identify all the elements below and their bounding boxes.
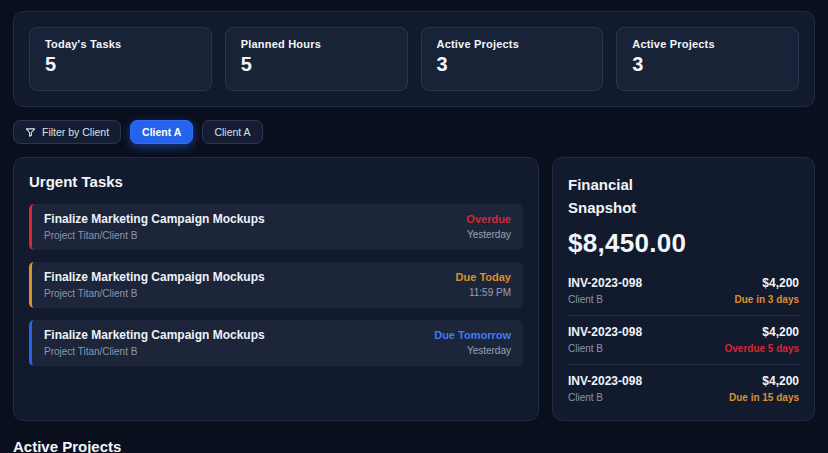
task-info: Finalize Marketing Campaign Mockups Proj… — [44, 328, 265, 357]
invoice-amount-block: $4,200 Due in 3 days — [735, 276, 799, 305]
task-status: Overdue — [466, 213, 511, 225]
invoice-id: INV-2023-098 — [568, 374, 642, 388]
stat-value: 3 — [437, 53, 588, 76]
invoice-amount: $4,200 — [735, 276, 799, 290]
financial-snapshot-panel: Financial Snapshot $8,450.00 INV-2023-09… — [552, 157, 815, 421]
invoice-status: Due in 3 days — [735, 294, 799, 305]
stat-card-planned-hours: Planned Hours 5 — [225, 27, 408, 91]
active-projects-heading: Active Projects — [13, 438, 815, 453]
stat-card-active-projects-2: Active Projects 3 — [616, 27, 799, 91]
task-status: Due Tomorrow — [434, 329, 511, 341]
urgent-tasks-title: Urgent Tasks — [29, 173, 523, 190]
task-project: Project Titan/Client B — [44, 346, 265, 357]
task-when: Yesterday — [466, 229, 511, 240]
task-title: Finalize Marketing Campaign Mockups — [44, 270, 265, 284]
funnel-icon — [25, 127, 36, 138]
invoice-info: INV-2023-098 Client B — [568, 374, 642, 403]
stat-value: 5 — [241, 53, 392, 76]
filter-by-client-button[interactable]: Filter by Client — [13, 120, 121, 144]
invoice-info: INV-2023-098 Client B — [568, 325, 642, 354]
financial-snapshot-title: Financial Snapshot — [568, 173, 658, 220]
invoice-client: Client B — [568, 392, 642, 403]
stats-summary-bar: Today's Tasks 5 Planned Hours 5 Active P… — [13, 11, 815, 107]
invoice-amount: $4,200 — [725, 325, 799, 339]
invoice-id: INV-2023-098 — [568, 276, 642, 290]
stat-label: Active Projects — [437, 38, 588, 50]
invoice-status: Overdue 5 days — [725, 343, 799, 354]
invoice-info: INV-2023-098 Client B — [568, 276, 642, 305]
invoice-client: Client B — [568, 343, 642, 354]
stat-card-active-projects-1: Active Projects 3 — [421, 27, 604, 91]
client-chip-label: Client A — [214, 126, 250, 138]
task-status: Due Today — [456, 271, 511, 283]
invoice-list: INV-2023-098 Client B $4,200 Due in 3 da… — [568, 267, 799, 407]
urgent-tasks-panel: Urgent Tasks Finalize Marketing Campaign… — [13, 157, 539, 421]
stat-label: Planned Hours — [241, 38, 392, 50]
financial-total: $8,450.00 — [568, 228, 799, 259]
task-row[interactable]: Finalize Marketing Campaign Mockups Proj… — [29, 262, 523, 308]
task-row[interactable]: Finalize Marketing Campaign Mockups Proj… — [29, 204, 523, 250]
task-title: Finalize Marketing Campaign Mockups — [44, 212, 265, 226]
task-status-block: Overdue Yesterday — [466, 213, 511, 240]
task-info: Finalize Marketing Campaign Mockups Proj… — [44, 212, 265, 241]
task-row[interactable]: Finalize Marketing Campaign Mockups Proj… — [29, 320, 523, 366]
task-when: 11:59 PM — [456, 287, 511, 298]
stat-card-todays-tasks: Today's Tasks 5 — [29, 27, 212, 91]
stat-value: 5 — [45, 53, 196, 76]
client-filter-chip[interactable]: Client A — [202, 120, 262, 144]
invoice-status: Due in 15 days — [729, 392, 799, 403]
invoice-amount-block: $4,200 Due in 15 days — [729, 374, 799, 403]
invoice-amount: $4,200 — [729, 374, 799, 388]
client-filter-chip-active[interactable]: Client A — [130, 120, 193, 144]
invoice-client: Client B — [568, 294, 642, 305]
invoice-row[interactable]: INV-2023-098 Client B $4,200 Due in 3 da… — [568, 267, 799, 316]
invoice-id: INV-2023-098 — [568, 325, 642, 339]
invoice-amount-block: $4,200 Overdue 5 days — [725, 325, 799, 354]
filter-by-client-label: Filter by Client — [42, 126, 109, 138]
task-status-block: Due Today 11:59 PM — [456, 271, 511, 298]
task-project: Project Titan/Client B — [44, 288, 265, 299]
invoice-row[interactable]: INV-2023-098 Client B $4,200 Due in 15 d… — [568, 365, 799, 407]
task-project: Project Titan/Client B — [44, 230, 265, 241]
task-title: Finalize Marketing Campaign Mockups — [44, 328, 265, 342]
client-chip-label: Client A — [142, 126, 181, 138]
stat-value: 3 — [632, 53, 783, 76]
task-status-block: Due Tomorrow Yesterday — [434, 329, 511, 356]
filter-row: Filter by Client Client A Client A — [13, 120, 815, 144]
urgent-tasks-list: Finalize Marketing Campaign Mockups Proj… — [29, 204, 523, 366]
task-when: Yesterday — [434, 345, 511, 356]
invoice-row[interactable]: INV-2023-098 Client B $4,200 Overdue 5 d… — [568, 316, 799, 365]
stat-label: Today's Tasks — [45, 38, 196, 50]
task-info: Finalize Marketing Campaign Mockups Proj… — [44, 270, 265, 299]
main-content: Urgent Tasks Finalize Marketing Campaign… — [13, 157, 815, 421]
stat-label: Active Projects — [632, 38, 783, 50]
